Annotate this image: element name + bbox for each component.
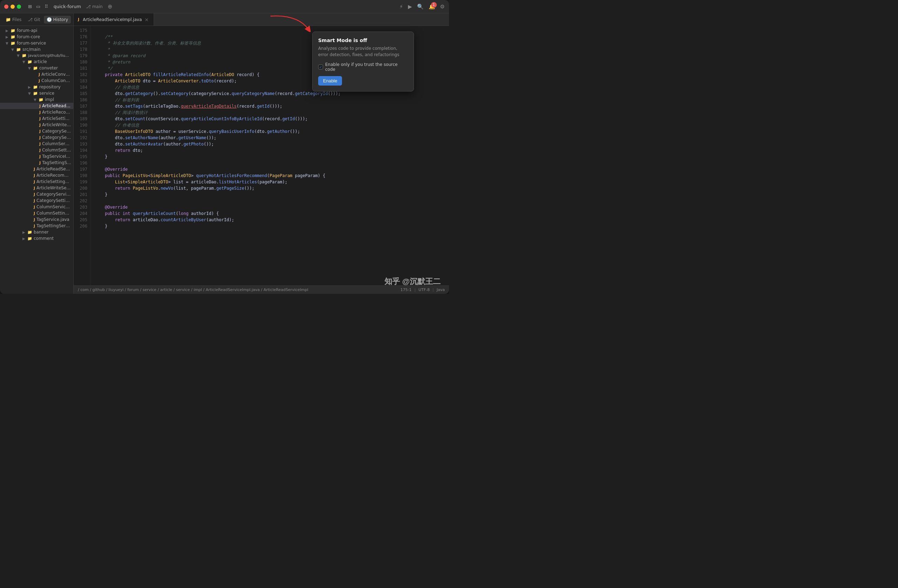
code-line: return PageListVo.newVo(list, pageParam.… [95,185,449,192]
tree-item-articlerecommendservice[interactable]: J ArticleRecommendService.java [0,172,73,178]
grid-icon[interactable]: ⠿ [45,4,48,9]
tree-item-articlereadserviceimpl[interactable]: J ArticleReadServiceImpl.java [0,103,73,109]
tree-item-forum-core[interactable]: ▶ 📁 forum-core [0,34,73,40]
expand-arrow: ▶ [23,230,28,234]
search-icon[interactable]: 🔍 [417,3,424,10]
file-tree: ▶ 📁 forum-api ▶ 📁 forum-core ▼ 📁 forum-s… [0,26,73,294]
folder-icon: 📁 [33,85,38,89]
tree-item-categoryserviceimpl[interactable]: J CategoryServiceImpl.java [0,128,73,134]
split-view-icon[interactable]: ▭ [36,4,40,9]
tree-item-service-folder[interactable]: ▼ 📁 service [0,90,73,97]
popup-title: Smart Mode is off [318,37,408,43]
tree-item-articlerecommendserviceimpl[interactable]: J ArticleRecommendServiceIm... [0,109,73,115]
tree-item-article[interactable]: ▼ 📁 article [0,58,73,65]
java-file-icon: J [39,135,41,140]
tree-item-articlereadservice[interactable]: J ArticleReadService.java [0,166,73,172]
code-line: dto.setAuthorAvatar(author.getPhoto()); [95,141,449,147]
java-file-icon: J [34,186,35,190]
add-profile-icon[interactable]: ⊕ [108,3,112,10]
code-line: dto.setTags(articleTagDao.queryArticleTa… [95,103,449,109]
close-button[interactable] [4,5,8,9]
tree-item-categorysettingserviceimpl[interactable]: J CategorySettingServiceImpl... [0,134,73,141]
tree-item-articlewriteservice[interactable]: J ArticleWriteService.java [0,185,73,191]
expand-arrow: ▶ [28,85,33,89]
line-numbers: 175 176 177 178 179 180 181 182 183 184 … [74,26,91,286]
code-line: dto.setAuthorName(author.getUserName()); [95,135,449,141]
tree-item-tagsettingserviceimpl[interactable]: J TagSettingServiceImpl.java [0,160,73,166]
tree-item-articlewriteserviceimpl[interactable]: J ArticleWriteServiceImpl.java [0,122,73,128]
code-line: // 阅读计数统计 [95,109,449,116]
traffic-lights [4,5,21,9]
sidebar-tab-history[interactable]: 🕐 History [44,16,71,23]
tree-item-forum-api[interactable]: ▶ 📁 forum-api [0,28,73,34]
tree-item-articlesettingserviceimpl[interactable]: J ArticleSettingServiceImpl.jav... [0,115,73,122]
tree-item-columnservice[interactable]: J ColumnService.java [0,204,73,210]
java-file-icon: J [34,211,35,216]
tree-item-tagservice[interactable]: J TagService.java [0,216,73,223]
maximize-button[interactable] [17,5,21,9]
expand-arrow: ▶ [23,237,28,241]
tree-item-tagsettingservice[interactable]: J TagSettingService.java [0,223,73,229]
tab-close-button[interactable]: × [144,17,149,22]
code-line: // 作者信息 [95,122,449,128]
java-file-icon: J [39,117,41,121]
enable-button[interactable]: Enable [318,76,342,86]
code-line [95,198,449,204]
code-line: return dto; [95,147,449,154]
code-line [95,160,449,166]
tree-item-articleconverter[interactable]: ▶ J ArticleConverter.java [0,71,73,77]
settings-icon[interactable]: ⚙ [440,3,445,10]
java-file-icon: J [39,110,41,115]
tree-item-columnserviceimpl[interactable]: J ColumnServiceImpl.java [0,141,73,147]
folder-icon: 📁 [11,35,15,39]
java-file-icon: J [34,173,35,178]
tree-item-columnsettingservice[interactable]: J ColumnSettingService.java [0,210,73,216]
tree-item-tagserviceimpl[interactable]: J TagServiceImpl.java [0,153,73,160]
code-line: public PageListVo<SimpleArticleDTO> quer… [95,172,449,179]
java-file-icon: J [39,123,41,127]
tree-item-forum-service[interactable]: ▼ 📁 forum-service [0,40,73,46]
language: Java [437,287,445,292]
tree-item-comment[interactable]: ▶ 📁 comment [0,235,73,242]
popup-checkbox[interactable]: ✓ [318,64,323,69]
branch-name: ⎇ main [86,4,103,9]
expand-arrow: ▼ [23,60,28,64]
code-line: // 标签列表 [95,97,449,103]
notification-wrapper: 🔔 1 [429,3,435,10]
tree-item-impl-folder[interactable]: ▼ 📁 impl [0,97,73,103]
tab-label: ArticleReadServiceImpl.java [83,17,142,22]
project-name: quick-forum [54,4,81,9]
sidebar-tabs: 📁 Files ⎇ Git 🕐 History + [0,13,73,26]
java-file-icon: J [34,198,35,203]
sidebar-toggle-icon[interactable]: ⊞ [28,4,32,9]
breadcrumb: / com / github / liuyueyi / forum / serv… [78,287,308,292]
java-file-icon: J [34,224,35,228]
tree-item-categoryservice[interactable]: J CategoryService.java [0,191,73,197]
tree-item-columnconvert[interactable]: ▶ J ColumnConvert.java [0,77,73,84]
java-file-icon: J [34,167,35,172]
play-icon[interactable]: ▶ [408,3,412,10]
java-file-icon: J [34,217,35,222]
folder-icon: 📁 [33,91,38,96]
lightning-icon[interactable]: ⚡ [399,3,403,10]
files-icon: 📁 [6,17,11,22]
popup-description: Analyzes code to provide completion, err… [318,45,408,58]
tree-item-java-path[interactable]: ▼ 📁 java/com/github/liuyueyi/forum/servi… [0,52,73,58]
editor-tab-articlereadserviceimpl[interactable]: J ArticleReadServiceImpl.java × [74,13,154,26]
tree-item-articlesettingservice[interactable]: J ArticleSettingService.java [0,178,73,185]
titlebar-right: ⚡ ▶ 🔍 🔔 1 ⚙ [399,3,445,10]
tree-item-columnsettingserviceimpl[interactable]: J ColumnSettingServiceImpl.ja... [0,147,73,153]
tree-item-categorysettingservice[interactable]: J CategorySettingService.java [0,197,73,204]
code-line: } [95,154,449,160]
sidebar-tab-files[interactable]: 📁 Files [3,16,24,23]
tree-item-src-main[interactable]: ▼ 📁 src/main [0,46,73,52]
minimize-button[interactable] [11,5,15,9]
tree-item-repository[interactable]: ▶ 📁 repository [0,84,73,90]
tree-item-banner[interactable]: ▶ 📁 banner [0,229,73,235]
cursor-position: 175:1 [401,287,412,292]
tree-item-conveter[interactable]: ▼ 📁 conveter [0,65,73,71]
java-file-icon: J [78,17,79,22]
sidebar-tab-git[interactable]: ⎇ Git [25,16,43,23]
java-file-icon: J [38,72,40,77]
folder-icon: 📁 [11,28,15,33]
